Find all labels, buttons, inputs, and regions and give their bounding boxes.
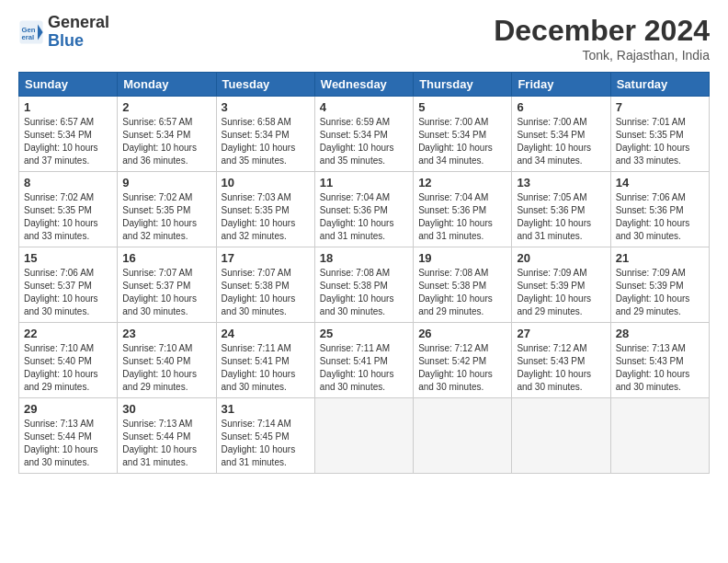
col-thursday: Thursday <box>414 73 512 97</box>
table-row: 29 Sunrise: 7:13 AM Sunset: 5:44 PM Dayl… <box>19 398 118 474</box>
col-saturday: Saturday <box>610 73 709 97</box>
day-info: Sunrise: 7:08 AM Sunset: 5:38 PM Dayligh… <box>320 267 408 318</box>
header: Gen eral General Blue December 2024 Tonk… <box>18 14 710 63</box>
day-number: 3 <box>222 100 310 114</box>
table-row: 4 Sunrise: 6:59 AM Sunset: 5:34 PM Dayli… <box>314 97 413 172</box>
day-number: 15 <box>24 251 112 265</box>
table-row: 9 Sunrise: 7:02 AM Sunset: 5:35 PM Dayli… <box>118 172 216 247</box>
day-number: 13 <box>517 176 605 190</box>
col-friday: Friday <box>512 73 610 97</box>
day-number: 22 <box>24 327 112 340</box>
table-row: 5 Sunrise: 7:00 AM Sunset: 5:34 PM Dayli… <box>414 97 512 172</box>
day-number: 1 <box>24 100 112 114</box>
location: Tonk, Rajasthan, India <box>494 48 710 63</box>
title-section: December 2024 Tonk, Rajasthan, India <box>494 14 710 63</box>
day-info: Sunrise: 6:57 AM Sunset: 5:34 PM Dayligh… <box>24 116 112 167</box>
table-row: 6 Sunrise: 7:00 AM Sunset: 5:34 PM Dayli… <box>512 97 610 172</box>
table-row: 19 Sunrise: 7:08 AM Sunset: 5:38 PM Dayl… <box>414 247 512 323</box>
table-row: 8 Sunrise: 7:02 AM Sunset: 5:35 PM Dayli… <box>19 172 118 247</box>
day-number: 17 <box>222 251 310 265</box>
table-row: 14 Sunrise: 7:06 AM Sunset: 5:36 PM Dayl… <box>610 172 709 247</box>
col-monday: Monday <box>118 73 216 97</box>
col-wednesday: Wednesday <box>314 73 413 97</box>
day-number: 25 <box>320 327 408 340</box>
day-info: Sunrise: 6:59 AM Sunset: 5:34 PM Dayligh… <box>320 116 408 167</box>
table-row: 15 Sunrise: 7:06 AM Sunset: 5:37 PM Dayl… <box>19 247 118 323</box>
table-row: 2 Sunrise: 6:57 AM Sunset: 5:34 PM Dayli… <box>118 97 216 172</box>
table-row: 23 Sunrise: 7:10 AM Sunset: 5:40 PM Dayl… <box>118 323 216 398</box>
logo-general: General <box>48 14 109 32</box>
day-number: 14 <box>616 176 704 190</box>
table-row: 12 Sunrise: 7:04 AM Sunset: 5:36 PM Dayl… <box>414 172 512 247</box>
table-row: 17 Sunrise: 7:07 AM Sunset: 5:38 PM Dayl… <box>216 247 314 323</box>
logo: Gen eral General Blue <box>18 14 109 51</box>
table-row: 13 Sunrise: 7:05 AM Sunset: 5:36 PM Dayl… <box>512 172 610 247</box>
day-number: 21 <box>616 251 704 265</box>
day-number: 16 <box>122 251 210 265</box>
table-row: 1 Sunrise: 6:57 AM Sunset: 5:34 PM Dayli… <box>19 97 118 172</box>
day-info: Sunrise: 7:14 AM Sunset: 5:45 PM Dayligh… <box>222 418 310 469</box>
day-info: Sunrise: 7:05 AM Sunset: 5:36 PM Dayligh… <box>517 191 605 243</box>
day-info: Sunrise: 7:13 AM Sunset: 5:44 PM Dayligh… <box>24 418 112 469</box>
day-info: Sunrise: 7:00 AM Sunset: 5:34 PM Dayligh… <box>418 116 506 167</box>
logo-text: General Blue <box>48 14 109 51</box>
day-number: 10 <box>222 176 310 190</box>
table-row: 22 Sunrise: 7:10 AM Sunset: 5:40 PM Dayl… <box>19 323 118 398</box>
day-info: Sunrise: 7:13 AM Sunset: 5:44 PM Dayligh… <box>122 418 210 469</box>
day-info: Sunrise: 7:11 AM Sunset: 5:41 PM Dayligh… <box>222 342 310 394</box>
table-row: 16 Sunrise: 7:07 AM Sunset: 5:37 PM Dayl… <box>118 247 216 323</box>
day-info: Sunrise: 7:03 AM Sunset: 5:35 PM Dayligh… <box>222 191 310 243</box>
day-number: 5 <box>418 100 506 114</box>
day-number: 12 <box>418 176 506 190</box>
table-row <box>414 398 512 474</box>
day-info: Sunrise: 7:04 AM Sunset: 5:36 PM Dayligh… <box>320 191 408 243</box>
table-row: 21 Sunrise: 7:09 AM Sunset: 5:39 PM Dayl… <box>610 247 709 323</box>
table-row: 24 Sunrise: 7:11 AM Sunset: 5:41 PM Dayl… <box>216 323 314 398</box>
day-info: Sunrise: 7:02 AM Sunset: 5:35 PM Dayligh… <box>24 191 112 243</box>
day-info: Sunrise: 7:01 AM Sunset: 5:35 PM Dayligh… <box>616 116 704 167</box>
day-number: 6 <box>517 100 605 114</box>
month-year: December 2024 <box>494 14 710 48</box>
day-info: Sunrise: 7:10 AM Sunset: 5:40 PM Dayligh… <box>24 342 112 394</box>
day-info: Sunrise: 7:10 AM Sunset: 5:40 PM Dayligh… <box>122 342 210 394</box>
day-number: 23 <box>122 327 210 340</box>
logo-icon: Gen eral <box>18 19 44 45</box>
day-info: Sunrise: 7:02 AM Sunset: 5:35 PM Dayligh… <box>122 191 210 243</box>
day-number: 11 <box>320 176 408 190</box>
table-row: 25 Sunrise: 7:11 AM Sunset: 5:41 PM Dayl… <box>314 323 413 398</box>
day-info: Sunrise: 7:12 AM Sunset: 5:42 PM Dayligh… <box>418 342 506 394</box>
col-tuesday: Tuesday <box>216 73 314 97</box>
table-row: 27 Sunrise: 7:12 AM Sunset: 5:43 PM Dayl… <box>512 323 610 398</box>
table-row: 28 Sunrise: 7:13 AM Sunset: 5:43 PM Dayl… <box>610 323 709 398</box>
day-number: 26 <box>418 327 506 340</box>
day-info: Sunrise: 6:57 AM Sunset: 5:34 PM Dayligh… <box>122 116 210 167</box>
day-number: 18 <box>320 251 408 265</box>
day-info: Sunrise: 7:00 AM Sunset: 5:34 PM Dayligh… <box>517 116 605 167</box>
day-number: 28 <box>616 327 704 340</box>
col-sunday: Sunday <box>19 73 118 97</box>
day-info: Sunrise: 7:11 AM Sunset: 5:41 PM Dayligh… <box>320 342 408 394</box>
header-row: Sunday Monday Tuesday Wednesday Thursday… <box>19 73 710 97</box>
svg-text:eral: eral <box>22 33 35 41</box>
table-row <box>314 398 413 474</box>
day-info: Sunrise: 7:06 AM Sunset: 5:36 PM Dayligh… <box>616 191 704 243</box>
day-info: Sunrise: 7:07 AM Sunset: 5:38 PM Dayligh… <box>222 267 310 318</box>
day-number: 29 <box>24 402 112 416</box>
table-row: 3 Sunrise: 6:58 AM Sunset: 5:34 PM Dayli… <box>216 97 314 172</box>
day-number: 27 <box>517 327 605 340</box>
page: Gen eral General Blue December 2024 Tonk… <box>0 0 728 563</box>
table-row <box>512 398 610 474</box>
table-row: 10 Sunrise: 7:03 AM Sunset: 5:35 PM Dayl… <box>216 172 314 247</box>
logo-blue: Blue <box>48 32 109 51</box>
day-info: Sunrise: 7:09 AM Sunset: 5:39 PM Dayligh… <box>616 267 704 318</box>
day-number: 31 <box>222 402 310 416</box>
day-info: Sunrise: 7:13 AM Sunset: 5:43 PM Dayligh… <box>616 342 704 394</box>
table-row: 7 Sunrise: 7:01 AM Sunset: 5:35 PM Dayli… <box>610 97 709 172</box>
day-number: 20 <box>517 251 605 265</box>
day-number: 24 <box>222 327 310 340</box>
table-row: 20 Sunrise: 7:09 AM Sunset: 5:39 PM Dayl… <box>512 247 610 323</box>
day-info: Sunrise: 7:12 AM Sunset: 5:43 PM Dayligh… <box>517 342 605 394</box>
table-row: 30 Sunrise: 7:13 AM Sunset: 5:44 PM Dayl… <box>118 398 216 474</box>
calendar: Sunday Monday Tuesday Wednesday Thursday… <box>18 72 710 474</box>
day-info: Sunrise: 7:07 AM Sunset: 5:37 PM Dayligh… <box>122 267 210 318</box>
